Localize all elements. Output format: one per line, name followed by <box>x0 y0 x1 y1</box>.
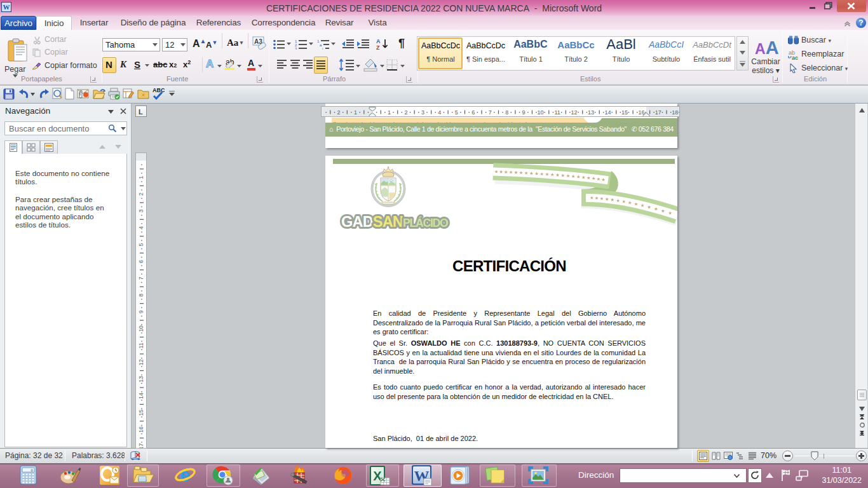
svg-text:7: 7 <box>489 109 492 116</box>
svg-text:12: 12 <box>138 359 144 365</box>
svg-text:17: 17 <box>138 443 144 449</box>
svg-text:16: 16 <box>138 426 144 433</box>
svg-text:11: 11 <box>554 109 560 116</box>
svg-text:10: 10 <box>138 325 144 332</box>
svg-text:i: i <box>322 47 323 50</box>
svg-text:8: 8 <box>505 109 508 116</box>
svg-text:A: A <box>376 38 381 44</box>
svg-text:2: 2 <box>138 193 144 196</box>
svg-text:13: 13 <box>588 109 594 116</box>
svg-text:W: W <box>3 3 10 11</box>
svg-text:8: 8 <box>138 294 144 297</box>
svg-text:3: 3 <box>295 47 297 50</box>
svg-text:14: 14 <box>138 393 144 399</box>
svg-text:1: 1 <box>138 176 144 179</box>
svg-text:7: 7 <box>138 276 144 280</box>
svg-text:18: 18 <box>672 109 678 116</box>
svg-text:6: 6 <box>471 109 475 116</box>
svg-text:5: 5 <box>138 243 144 246</box>
svg-text:14: 14 <box>604 109 611 116</box>
svg-text:0: 0 <box>31 468 33 473</box>
svg-text:9: 9 <box>522 109 526 116</box>
svg-text:16: 16 <box>638 109 644 116</box>
svg-text:4: 4 <box>438 109 441 116</box>
svg-text:ABC: ABC <box>153 87 165 93</box>
svg-text:12: 12 <box>571 109 577 116</box>
svg-text:2: 2 <box>337 109 341 116</box>
svg-text:3: 3 <box>421 109 424 116</box>
svg-text:11: 11 <box>138 342 144 348</box>
svg-text:4: 4 <box>138 226 144 229</box>
svg-text:GADSANPLÁCIDO: GADSANPLÁCIDO <box>341 214 448 230</box>
svg-text:5: 5 <box>455 109 458 116</box>
svg-text:Z: Z <box>376 44 380 50</box>
svg-text:17: 17 <box>655 109 661 116</box>
svg-text:3: 3 <box>138 210 144 213</box>
svg-text:15: 15 <box>138 410 144 416</box>
svg-text:1: 1 <box>354 109 357 116</box>
svg-text:1: 1 <box>388 109 391 116</box>
svg-text:9: 9 <box>138 310 144 313</box>
svg-text:e: e <box>180 465 190 485</box>
svg-text:15: 15 <box>621 109 628 116</box>
svg-text:6: 6 <box>138 260 144 263</box>
svg-text:10: 10 <box>538 109 544 116</box>
svg-text:ac: ac <box>792 55 798 60</box>
svg-text:2: 2 <box>404 109 407 116</box>
svg-text:13: 13 <box>138 376 144 383</box>
